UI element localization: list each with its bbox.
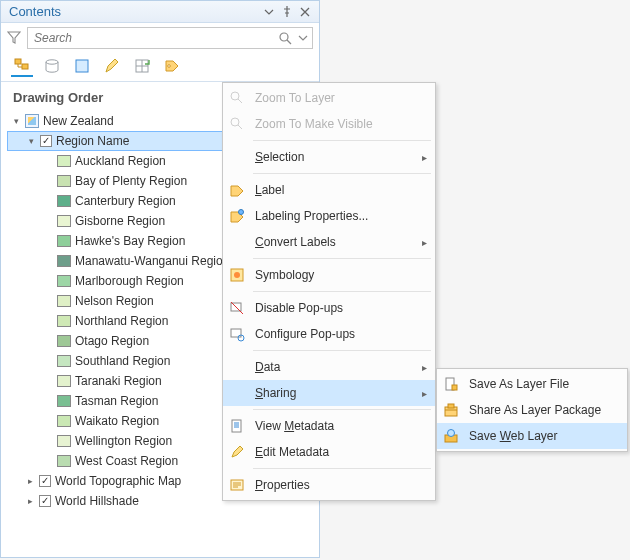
menu-label: Zoom To Make Visible (255, 117, 427, 131)
layer-visibility-checkbox[interactable]: ✓ (39, 495, 51, 507)
menu-label: Edit Metadata (255, 445, 427, 459)
caret-right-icon[interactable]: ▸ (25, 476, 35, 486)
legend-label: Wellington Region (75, 434, 172, 448)
legend-label: Manawatu-Wanganui Region (75, 254, 229, 268)
layer-visibility-checkbox[interactable]: ✓ (39, 475, 51, 487)
search-input[interactable] (32, 30, 278, 46)
caret-down-icon[interactable]: ▾ (26, 136, 36, 146)
pin-icon[interactable] (279, 4, 295, 20)
legend-label: West Coast Region (75, 454, 178, 468)
submenu-share-as-layer-package[interactable]: Share As Layer Package (437, 397, 627, 423)
list-by-snapping-icon[interactable] (131, 55, 153, 77)
chevron-right-icon: ▸ (422, 362, 427, 373)
zoom-layer-icon (227, 88, 247, 108)
map-icon (25, 114, 39, 128)
separator (253, 409, 431, 410)
menu-edit-metadata[interactable]: Edit Metadata (223, 439, 435, 465)
caret-down-icon[interactable]: ▾ (11, 116, 21, 126)
chevron-right-icon: ▸ (422, 237, 427, 248)
search-dropdown-icon[interactable] (298, 33, 308, 43)
menu-label: Properties (255, 478, 427, 492)
svg-point-6 (168, 65, 171, 68)
menu-labeling-properties[interactable]: Labeling Properties... (223, 203, 435, 229)
menu-zoom-to-make-visible: Zoom To Make Visible (223, 111, 435, 137)
list-by-drawing-order-icon[interactable] (11, 55, 33, 77)
submenu-save-web-layer[interactable]: Save Web Layer (437, 423, 627, 449)
menu-selection[interactable]: Selection ▸ (223, 144, 435, 170)
layer-visibility-checkbox[interactable]: ✓ (40, 135, 52, 147)
menu-symbology[interactable]: Symbology (223, 262, 435, 288)
legend-swatch (57, 335, 71, 347)
menu-label: Zoom To Layer (255, 91, 427, 105)
menu-label: Convert Labels (255, 235, 414, 249)
menu-data[interactable]: Data ▸ (223, 354, 435, 380)
svg-point-22 (448, 430, 455, 437)
search-icon[interactable] (278, 31, 292, 45)
list-by-labeling-icon[interactable] (161, 55, 183, 77)
panel-header: Contents (1, 1, 319, 23)
menu-label: Symbology (255, 268, 427, 282)
separator (253, 258, 431, 259)
svg-rect-18 (452, 385, 457, 390)
legend-swatch (57, 455, 71, 467)
menu-label: Data (255, 360, 414, 374)
legend-label: Nelson Region (75, 294, 154, 308)
svg-rect-15 (232, 420, 241, 432)
svg-rect-4 (76, 60, 88, 72)
close-icon[interactable] (297, 4, 313, 20)
legend-label: Southland Region (75, 354, 170, 368)
separator (253, 140, 431, 141)
context-menu: Zoom To Layer Zoom To Make Visible Selec… (222, 82, 436, 501)
basemap-label: World Hillshade (55, 494, 139, 508)
basemap-label: World Topographic Map (55, 474, 181, 488)
layer-file-icon (441, 374, 461, 394)
menu-convert-labels[interactable]: Convert Labels ▸ (223, 229, 435, 255)
options-button[interactable] (261, 4, 277, 20)
menu-sharing[interactable]: Sharing ▸ (223, 380, 435, 406)
menu-label: Save As Layer File (469, 377, 619, 391)
menu-label: View Metadata (255, 419, 427, 433)
zoom-visible-icon (227, 114, 247, 134)
menu-label: Share As Layer Package (469, 403, 619, 417)
edit-metadata-icon (227, 442, 247, 462)
blank-icon (227, 147, 247, 167)
configure-popups-icon (227, 324, 247, 344)
menu-label-item[interactable]: Label (223, 177, 435, 203)
legend-label: Hawke's Bay Region (75, 234, 185, 248)
web-layer-icon (441, 426, 461, 446)
legend-swatch (57, 415, 71, 427)
menu-disable-popups[interactable]: Disable Pop-ups (223, 295, 435, 321)
legend-swatch (57, 395, 71, 407)
caret-right-icon[interactable]: ▸ (25, 496, 35, 506)
list-by-editing-icon[interactable] (101, 55, 123, 77)
legend-label: Taranaki Region (75, 374, 162, 388)
layer-label: Region Name (56, 134, 129, 148)
svg-point-3 (46, 60, 58, 64)
menu-view-metadata[interactable]: View Metadata (223, 413, 435, 439)
legend-label: Bay of Plenty Region (75, 174, 187, 188)
filter-icon[interactable] (7, 30, 23, 46)
legend-swatch (57, 435, 71, 447)
menu-configure-popups[interactable]: Configure Pop-ups (223, 321, 435, 347)
panel-title: Contents (9, 4, 259, 19)
svg-point-0 (280, 33, 288, 41)
disable-popups-icon (227, 298, 247, 318)
list-by-selection-icon[interactable] (71, 55, 93, 77)
blank-icon (227, 232, 247, 252)
legend-swatch (57, 175, 71, 187)
legend-swatch (57, 195, 71, 207)
layer-package-icon (441, 400, 461, 420)
submenu-save-as-layer-file[interactable]: Save As Layer File (437, 371, 627, 397)
legend-swatch (57, 275, 71, 287)
separator (253, 173, 431, 174)
legend-label: Otago Region (75, 334, 149, 348)
list-by-source-icon[interactable] (41, 55, 63, 77)
label-icon (227, 180, 247, 200)
svg-point-8 (231, 118, 239, 126)
legend-swatch (57, 295, 71, 307)
menu-properties[interactable]: Properties (223, 472, 435, 498)
svg-rect-20 (448, 404, 454, 408)
menu-label: Configure Pop-ups (255, 327, 427, 341)
legend-swatch (57, 215, 71, 227)
legend-swatch (57, 235, 71, 247)
